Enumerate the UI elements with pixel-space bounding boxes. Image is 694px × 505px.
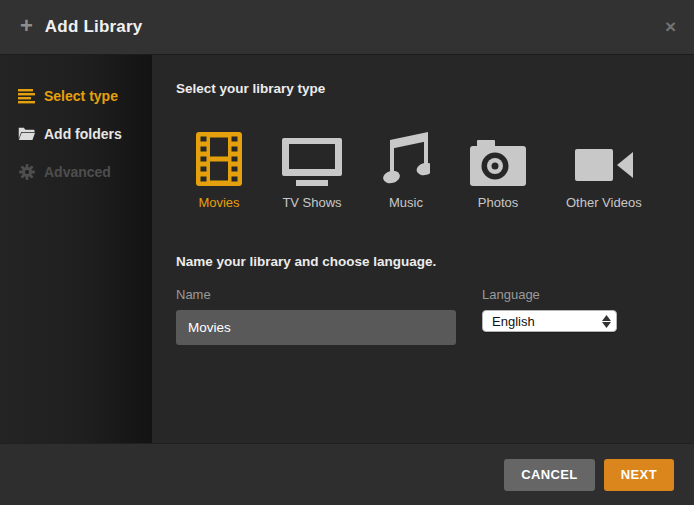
- library-type-photos[interactable]: Photos: [470, 130, 526, 210]
- language-field-group: Language English: [482, 287, 617, 345]
- video-camera-icon: [575, 130, 633, 186]
- main-content: Select your library type: [152, 55, 694, 443]
- library-type-label: Photos: [478, 195, 518, 210]
- sidebar-item-add-folders[interactable]: Add folders: [0, 115, 152, 153]
- language-field-label: Language: [482, 287, 617, 302]
- library-name-input[interactable]: [176, 310, 456, 345]
- dialog-footer: CANCEL NEXT: [0, 443, 694, 505]
- sidebar-item-label: Advanced: [44, 164, 111, 180]
- library-type-label: Music: [389, 195, 423, 210]
- camera-icon: [470, 130, 526, 186]
- next-button[interactable]: NEXT: [604, 459, 674, 491]
- select-stepper-icon: [602, 315, 611, 328]
- library-type-movies[interactable]: Movies: [196, 130, 242, 210]
- dialog-body: Select type Add folders: [0, 55, 694, 443]
- folder-icon: [18, 126, 35, 142]
- tv-icon: [282, 130, 342, 186]
- sidebar-item-label: Select type: [44, 88, 118, 104]
- library-type-label: TV Shows: [282, 195, 341, 210]
- close-icon[interactable]: ×: [665, 17, 676, 36]
- dialog-title: Add Library: [45, 17, 143, 37]
- library-type-label: Other Videos: [566, 195, 642, 210]
- type-lines-icon: [18, 88, 35, 104]
- sidebar-item-select-type[interactable]: Select type: [0, 77, 152, 115]
- form-row: Name Language English: [176, 287, 670, 345]
- dialog-header: + Add Library ×: [0, 0, 694, 55]
- name-field-group: Name: [176, 287, 456, 345]
- add-library-dialog: + Add Library × Select type: [0, 0, 694, 505]
- library-type-selector: Movies TV Shows: [196, 130, 670, 210]
- film-icon: [196, 130, 242, 186]
- sidebar-item-label: Add folders: [44, 126, 122, 142]
- music-note-icon: [382, 130, 430, 186]
- library-type-music[interactable]: Music: [382, 130, 430, 210]
- library-type-other-videos[interactable]: Other Videos: [566, 130, 642, 210]
- name-language-section: Name your library and choose language. N…: [176, 254, 670, 345]
- sidebar-item-advanced[interactable]: Advanced: [0, 153, 152, 191]
- library-type-tv-shows[interactable]: TV Shows: [282, 130, 342, 210]
- plus-icon: +: [20, 15, 33, 37]
- library-type-section-title: Select your library type: [176, 81, 670, 96]
- language-select-value: English: [492, 314, 535, 329]
- gear-icon: [18, 164, 35, 180]
- wizard-steps-sidebar: Select type Add folders: [0, 55, 152, 443]
- name-field-label: Name: [176, 287, 456, 302]
- library-type-label: Movies: [198, 195, 239, 210]
- cancel-button[interactable]: CANCEL: [504, 459, 595, 491]
- language-select[interactable]: English: [482, 310, 617, 332]
- name-section-title: Name your library and choose language.: [176, 254, 670, 269]
